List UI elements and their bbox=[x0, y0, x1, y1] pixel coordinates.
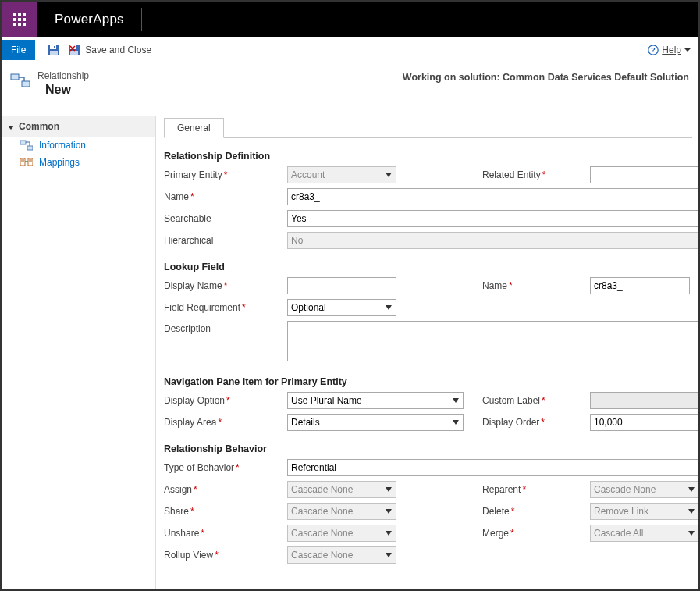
waffle-icon bbox=[13, 13, 26, 26]
label-name: Name bbox=[164, 191, 287, 202]
save-button[interactable] bbox=[46, 44, 62, 56]
relationship-icon bbox=[9, 72, 31, 89]
label-display-option: Display Option bbox=[164, 395, 287, 406]
sidebar-item-mappings[interactable]: Mappings bbox=[2, 154, 155, 171]
help-icon: ? bbox=[648, 45, 659, 55]
header-subtitle: Relationship bbox=[37, 70, 89, 82]
mappings-icon bbox=[20, 157, 33, 168]
select-type-behavior[interactable]: Referential bbox=[287, 459, 698, 476]
select-display-area[interactable]: Details bbox=[287, 414, 464, 431]
select-field-requirement[interactable]: Optional bbox=[287, 299, 396, 316]
label-unshare: Unshare bbox=[164, 528, 287, 539]
label-rollup-view: Rollup View bbox=[164, 550, 287, 561]
sidebar-item-information[interactable]: Information bbox=[2, 137, 155, 154]
input-lookup-name[interactable] bbox=[590, 277, 690, 294]
input-custom-label bbox=[590, 392, 698, 409]
tab-general[interactable]: General bbox=[164, 118, 224, 138]
sidebar-item-label: Mappings bbox=[39, 157, 80, 168]
select-display-option[interactable]: Use Plural Name bbox=[287, 392, 464, 409]
label-reparent: Reparent bbox=[464, 484, 576, 495]
label-delete: Delete bbox=[464, 506, 576, 517]
label-display-name: Display Name bbox=[164, 280, 287, 291]
information-icon bbox=[20, 140, 33, 151]
svg-text:?: ? bbox=[652, 46, 656, 54]
select-hierarchical: No bbox=[287, 232, 698, 249]
app-launcher-button[interactable] bbox=[2, 2, 37, 37]
page-header: Relationship New Working on solution: Co… bbox=[2, 62, 698, 116]
select-assign: Cascade None bbox=[287, 481, 396, 498]
page-title: New bbox=[37, 82, 89, 112]
label-merge: Merge bbox=[464, 528, 576, 539]
label-share: Share bbox=[164, 506, 287, 517]
save-close-icon bbox=[68, 44, 80, 56]
svg-rect-3 bbox=[54, 46, 55, 48]
select-share: Cascade None bbox=[287, 503, 396, 520]
label-field-requirement: Field Requirement bbox=[164, 302, 287, 313]
svg-rect-14 bbox=[20, 141, 26, 144]
sidebar-item-label: Information bbox=[39, 140, 86, 151]
save-and-close-label[interactable]: Save and Close bbox=[85, 45, 151, 55]
textarea-description[interactable] bbox=[287, 321, 698, 361]
help-link[interactable]: ? Help bbox=[648, 44, 691, 55]
label-hierarchical: Hierarchical bbox=[164, 235, 287, 246]
label-type-behavior: Type of Behavior bbox=[164, 462, 287, 473]
sidebar-section-common[interactable]: Common bbox=[2, 116, 155, 137]
brand-divider bbox=[141, 8, 142, 31]
save-icon bbox=[48, 44, 60, 56]
file-menu-button[interactable]: File bbox=[2, 40, 35, 60]
svg-rect-13 bbox=[22, 81, 30, 87]
toolbar: File Save and Close ? bbox=[2, 37, 698, 62]
chevron-down-icon bbox=[8, 126, 14, 130]
section-title-rel-def: Relationship Definition bbox=[164, 151, 692, 162]
section-title-lookup: Lookup Field bbox=[164, 262, 692, 272]
label-related-entity: Related Entity bbox=[464, 169, 576, 180]
svg-rect-15 bbox=[27, 146, 33, 150]
form-main: General Relationship Definition Primary … bbox=[156, 116, 698, 589]
label-display-area: Display Area bbox=[164, 417, 287, 428]
label-custom-label: Custom Label bbox=[464, 395, 576, 406]
label-lookup-name: Name bbox=[464, 280, 576, 291]
select-delete: Remove Link bbox=[590, 503, 698, 520]
left-nav: Common Information bbox=[2, 116, 156, 589]
label-description: Description bbox=[164, 321, 287, 334]
select-rollup-view: Cascade None bbox=[287, 546, 396, 564]
input-display-order[interactable] bbox=[590, 414, 698, 431]
global-header: PowerApps bbox=[2, 2, 698, 37]
select-searchable[interactable]: Yes bbox=[287, 210, 698, 227]
input-name[interactable] bbox=[287, 188, 698, 205]
solution-context-label: Working on solution: Common Data Service… bbox=[403, 70, 689, 83]
select-primary-entity: Account bbox=[287, 166, 396, 183]
select-merge: Cascade All bbox=[590, 525, 698, 542]
select-unshare: Cascade None bbox=[287, 525, 396, 542]
label-display-order: Display Order bbox=[464, 417, 576, 428]
help-dropdown-icon bbox=[684, 47, 691, 53]
label-primary-entity: Primary Entity bbox=[164, 169, 287, 180]
select-reparent: Cascade None bbox=[590, 481, 698, 498]
svg-rect-6 bbox=[70, 51, 78, 55]
svg-marker-11 bbox=[684, 48, 691, 52]
save-and-close-button[interactable] bbox=[66, 44, 82, 56]
section-title-behavior: Relationship Behavior bbox=[164, 443, 692, 454]
svg-rect-2 bbox=[50, 51, 58, 55]
sidebar-section-label: Common bbox=[19, 121, 59, 132]
label-searchable: Searchable bbox=[164, 213, 287, 224]
section-title-nav-pane: Navigation Pane Item for Primary Entity bbox=[164, 376, 692, 387]
svg-rect-12 bbox=[11, 74, 19, 80]
input-display-name[interactable] bbox=[287, 277, 396, 294]
tab-underline bbox=[164, 137, 692, 138]
brand-title: PowerApps bbox=[37, 2, 141, 37]
help-label: Help bbox=[662, 45, 681, 55]
select-related-entity[interactable] bbox=[590, 166, 698, 183]
label-assign: Assign bbox=[164, 484, 287, 495]
